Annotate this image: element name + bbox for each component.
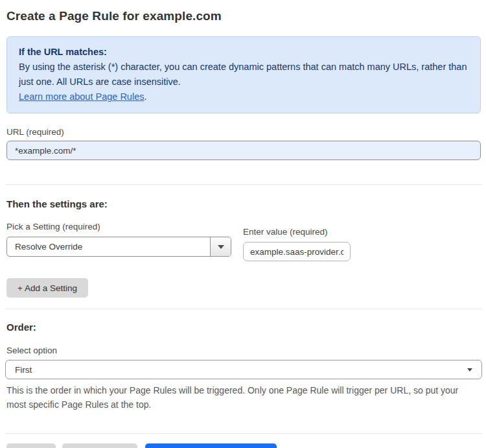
- link-period: .: [144, 91, 146, 102]
- info-box-heading: If the URL matches:: [19, 45, 469, 60]
- setting-select-label: Pick a Setting (required): [6, 222, 231, 231]
- settings-row: Pick a Setting (required) Resolve Overri…: [6, 222, 481, 261]
- footer-actions: Cancel Save as Draft Save and Deploy Pag…: [6, 443, 481, 448]
- order-select-label: Select option: [6, 346, 481, 355]
- chevron-down-icon: [467, 368, 472, 371]
- setting-dropdown-arrow-button[interactable]: [210, 237, 231, 256]
- url-field-label: URL (required): [6, 127, 481, 137]
- page-title: Create a Page Rule for example.com: [6, 9, 481, 23]
- page-rule-form: Create a Page Rule for example.com If th…: [0, 0, 486, 448]
- cancel-button[interactable]: Cancel: [6, 443, 56, 448]
- setting-column: Pick a Setting (required) Resolve Overri…: [6, 222, 231, 257]
- value-column: Enter value (required): [243, 227, 351, 261]
- value-field-label: Enter value (required): [243, 227, 351, 237]
- order-help-text: This is the order in which your Page Rul…: [6, 383, 473, 412]
- chevron-down-icon: [218, 245, 224, 249]
- setting-dropdown[interactable]: Resolve Override: [6, 237, 231, 257]
- add-setting-button[interactable]: + Add a Setting: [6, 278, 88, 298]
- settings-section-heading: Then the settings are:: [6, 198, 481, 209]
- info-box-body: By using the asterisk (*) character, you…: [19, 60, 469, 89]
- divider: [5, 184, 482, 185]
- order-select[interactable]: First: [5, 360, 482, 379]
- order-select-value: First: [15, 365, 32, 375]
- order-section-heading: Order:: [6, 322, 481, 333]
- divider: [5, 433, 482, 434]
- save-and-deploy-button[interactable]: Save and Deploy Page Rule: [145, 443, 277, 448]
- url-input[interactable]: [6, 141, 481, 160]
- info-box-link-line: Learn more about Page Rules.: [19, 89, 469, 104]
- divider: [5, 309, 482, 309]
- setting-value-input[interactable]: [243, 242, 351, 261]
- learn-more-link[interactable]: Learn more about Page Rules: [19, 91, 144, 102]
- save-as-draft-button[interactable]: Save as Draft: [62, 443, 137, 448]
- url-match-info-box: If the URL matches: By using the asteris…: [6, 36, 481, 113]
- setting-dropdown-value: Resolve Override: [7, 237, 210, 256]
